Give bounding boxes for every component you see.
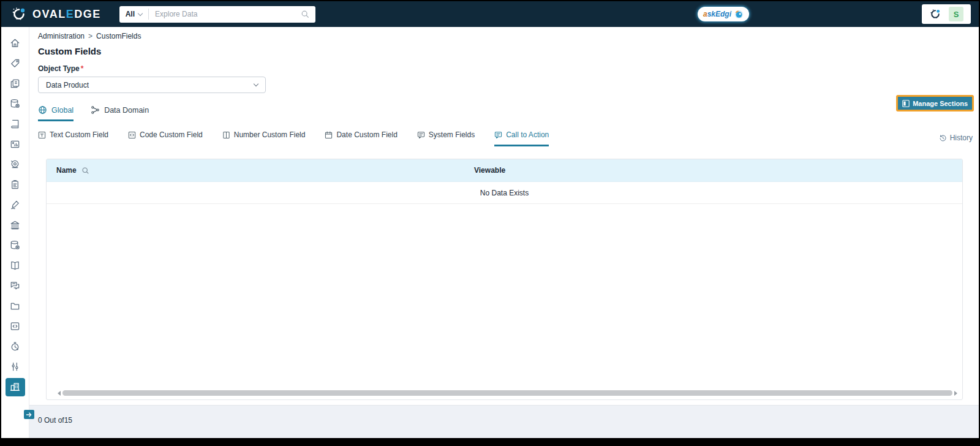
sidebar-item-collaboration[interactable] bbox=[1, 276, 29, 296]
home-icon bbox=[9, 37, 21, 49]
profile-box: S bbox=[922, 4, 971, 24]
arrow-right-icon bbox=[26, 412, 32, 418]
sidebar-item-home[interactable] bbox=[1, 33, 29, 53]
scope-tabs: Global Data Domain bbox=[38, 105, 149, 121]
horizontal-scrollbar[interactable] bbox=[58, 390, 957, 396]
system-fields-icon bbox=[417, 131, 425, 139]
code-file-icon bbox=[9, 320, 21, 332]
brand-name: OVALEDGE bbox=[32, 8, 101, 21]
bank-icon bbox=[9, 219, 21, 231]
column-header-name: Name bbox=[56, 166, 89, 175]
timer-icon bbox=[9, 341, 21, 352]
column-search-icon[interactable] bbox=[81, 167, 89, 175]
custom-field-tabs: Text Custom Field Code Custom Field Numb… bbox=[38, 130, 549, 146]
sidebar-item-data-catalog[interactable] bbox=[1, 74, 29, 94]
sidebar-item-queries[interactable] bbox=[1, 316, 29, 336]
sidebar-item-certification[interactable] bbox=[1, 195, 29, 215]
record-count: 0 Out of15 bbox=[38, 416, 72, 425]
search-scope-dropdown[interactable]: All bbox=[126, 10, 142, 18]
tab-code-custom-field[interactable]: Code Custom Field bbox=[128, 130, 203, 146]
sidebar-item-jobs[interactable] bbox=[1, 336, 29, 357]
column-header-viewable: Viewable bbox=[474, 166, 505, 175]
footer-bar: 0 Out of15 bbox=[29, 405, 979, 438]
sidebar-item-projects[interactable] bbox=[1, 114, 29, 134]
sidebar-item-literacy[interactable] bbox=[1, 255, 29, 276]
sidebar-item-data-sources[interactable] bbox=[1, 94, 29, 114]
tab-number-custom-field[interactable]: Number Custom Field bbox=[222, 130, 306, 146]
number-custom-field-icon bbox=[222, 131, 230, 139]
clipboard-icon bbox=[9, 179, 21, 191]
manage-sections-button[interactable]: Manage Sections bbox=[898, 97, 972, 110]
scroll-left-arrow-icon[interactable] bbox=[58, 391, 61, 396]
database-settings-icon bbox=[9, 98, 21, 110]
sidebar-item-administration[interactable] bbox=[1, 377, 29, 397]
tab-system-fields[interactable]: System Fields bbox=[417, 130, 475, 146]
object-type-label: Object Type* bbox=[38, 64, 83, 73]
manage-sections-highlight: Manage Sections bbox=[896, 95, 974, 112]
camera-icon bbox=[9, 159, 21, 170]
call-to-action-icon bbox=[494, 131, 502, 139]
code-custom-field-icon bbox=[128, 131, 136, 139]
sidebar-item-tools[interactable] bbox=[1, 357, 29, 377]
signature-icon bbox=[9, 199, 21, 211]
app-window: OVALEDGE All askEdgi bbox=[1, 1, 979, 438]
sidebar-item-data-quality[interactable] bbox=[1, 235, 29, 255]
brand-logo[interactable]: OVALEDGE bbox=[11, 6, 101, 22]
sidebar bbox=[1, 27, 29, 438]
sidebar-item-files[interactable] bbox=[1, 296, 29, 316]
screenshot-frame: OVALEDGE All askEdgi bbox=[0, 0, 980, 446]
chat-icon bbox=[9, 280, 21, 292]
sidebar-item-reports[interactable] bbox=[1, 134, 29, 154]
search-icon[interactable] bbox=[301, 10, 309, 18]
tag-icon bbox=[9, 58, 21, 69]
tools-icon bbox=[9, 361, 21, 372]
required-marker: * bbox=[81, 64, 84, 73]
sidebar-item-business-glossary[interactable] bbox=[1, 215, 29, 235]
breadcrumb-separator: > bbox=[88, 32, 92, 40]
sidebar-item-governance[interactable] bbox=[1, 175, 29, 195]
global-search-bar: All bbox=[119, 6, 315, 23]
breadcrumb-administration[interactable]: Administration bbox=[38, 32, 85, 40]
scroll-right-arrow-icon[interactable] bbox=[954, 391, 957, 396]
date-custom-field-icon bbox=[325, 131, 333, 139]
search-scope-value: All bbox=[126, 10, 135, 18]
globe-icon bbox=[38, 105, 47, 115]
topbar: OVALEDGE All askEdgi bbox=[1, 1, 979, 27]
sections-layout-icon bbox=[902, 100, 910, 107]
folder-icon bbox=[9, 300, 21, 312]
body-row: Administration > CustomFields Custom Fie… bbox=[1, 27, 979, 438]
ovaledge-mark-icon[interactable] bbox=[929, 8, 941, 20]
askedgi-button[interactable]: askEdgi bbox=[698, 7, 749, 21]
history-link[interactable]: History bbox=[939, 134, 973, 142]
table-header: Name Viewable bbox=[47, 159, 962, 182]
empty-message: No Data Exists bbox=[480, 189, 529, 197]
data-domain-icon bbox=[91, 105, 100, 115]
tab-date-custom-field[interactable]: Date Custom Field bbox=[325, 130, 397, 146]
object-type-select[interactable]: Data Product bbox=[38, 77, 266, 93]
database-settings-icon bbox=[9, 240, 21, 251]
sidebar-selected-highlight bbox=[6, 378, 25, 396]
breadcrumb-customfields: CustomFields bbox=[96, 32, 141, 40]
tab-global[interactable]: Global bbox=[38, 105, 74, 121]
report-image-icon bbox=[9, 138, 21, 150]
main-content: Administration > CustomFields Custom Fie… bbox=[29, 27, 979, 438]
ovaledge-logo-icon bbox=[11, 6, 27, 22]
scrollbar-thumb[interactable] bbox=[62, 390, 952, 396]
search-input[interactable] bbox=[155, 10, 301, 18]
sidebar-expand-button[interactable] bbox=[24, 410, 34, 419]
page-title: Custom Fields bbox=[38, 46, 101, 56]
search-divider bbox=[148, 9, 149, 20]
table-panel: Name Viewable No Data Exists bbox=[46, 159, 963, 400]
pages-icon bbox=[9, 78, 21, 89]
chevron-down-icon bbox=[254, 81, 258, 86]
tab-call-to-action[interactable]: Call to Action bbox=[494, 130, 549, 146]
tab-data-domain[interactable]: Data Domain bbox=[91, 105, 149, 121]
askedgi-mascot-icon bbox=[734, 10, 744, 19]
sidebar-item-discovery[interactable] bbox=[1, 154, 29, 175]
chevron-down-icon bbox=[138, 10, 143, 15]
tab-text-custom-field[interactable]: Text Custom Field bbox=[38, 130, 108, 146]
sidebar-item-tags[interactable] bbox=[1, 53, 29, 74]
avatar[interactable]: S bbox=[949, 7, 963, 21]
history-icon bbox=[939, 134, 947, 142]
object-type-value: Data Product bbox=[46, 81, 89, 89]
